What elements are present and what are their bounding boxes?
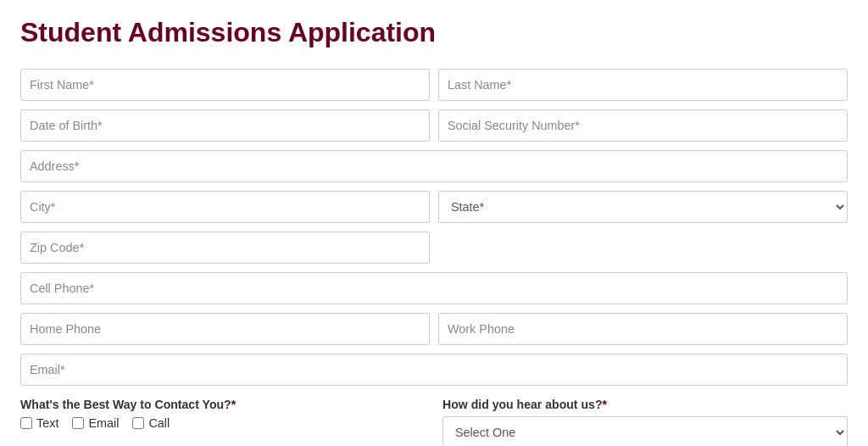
email-checkbox-label[interactable]: Email <box>72 416 119 430</box>
dob-ssn-row <box>20 109 848 142</box>
contact-hear-section: What's the Best Way to Contact You?* Tex… <box>20 398 848 446</box>
dob-input[interactable] <box>20 109 430 142</box>
zip-field <box>20 231 430 264</box>
email-checkbox[interactable] <box>72 417 84 429</box>
state-field: State* Alabama Alaska Arizona Arkansas C… <box>438 191 848 223</box>
zip-input[interactable] <box>20 231 430 264</box>
email-row <box>20 354 848 386</box>
zip-row <box>20 231 848 264</box>
first-name-field <box>20 69 430 101</box>
hear-about-select[interactable]: Select One Internet Search Social Media … <box>442 416 848 446</box>
page-title: Student Admissions Application <box>20 17 848 48</box>
hear-about-label: How did you hear about us?* <box>442 398 848 411</box>
city-input[interactable] <box>20 191 430 223</box>
ssn-input[interactable] <box>438 109 848 142</box>
call-checkbox[interactable] <box>132 417 144 429</box>
work-phone-field <box>438 313 848 345</box>
application-form: State* Alabama Alaska Arizona Arkansas C… <box>20 69 848 446</box>
contact-method-section: What's the Best Way to Contact You?* Tex… <box>20 398 426 430</box>
text-checkbox-label[interactable]: Text <box>20 416 58 430</box>
city-field <box>20 191 430 223</box>
email-input[interactable] <box>20 354 848 386</box>
home-phone-field <box>20 313 430 345</box>
call-checkbox-label[interactable]: Call <box>132 416 170 430</box>
name-row <box>20 69 848 101</box>
last-name-field <box>438 69 848 101</box>
dob-field <box>20 109 430 142</box>
zip-spacer <box>438 231 848 264</box>
first-name-input[interactable] <box>20 69 430 101</box>
text-checkbox[interactable] <box>20 417 32 429</box>
ssn-field <box>438 109 848 142</box>
city-state-row: State* Alabama Alaska Arizona Arkansas C… <box>20 191 848 223</box>
contact-checkboxes: Text Email Call <box>20 416 426 430</box>
home-work-phone-row <box>20 313 848 345</box>
address-row <box>20 150 848 182</box>
cell-phone-field <box>20 272 848 304</box>
work-phone-input[interactable] <box>438 313 848 345</box>
text-label: Text <box>36 416 58 430</box>
address-field <box>20 150 848 182</box>
home-phone-input[interactable] <box>20 313 430 345</box>
hear-about-section: How did you hear about us?* Select One I… <box>442 398 848 446</box>
cell-phone-input[interactable] <box>20 272 848 304</box>
address-input[interactable] <box>20 150 848 182</box>
email-field <box>20 354 848 386</box>
email-label: Email <box>88 416 119 430</box>
last-name-input[interactable] <box>438 69 848 101</box>
call-label: Call <box>148 416 170 430</box>
contact-method-label: What's the Best Way to Contact You?* <box>20 398 426 411</box>
state-select[interactable]: State* Alabama Alaska Arizona Arkansas C… <box>438 191 848 223</box>
cell-phone-row <box>20 272 848 304</box>
